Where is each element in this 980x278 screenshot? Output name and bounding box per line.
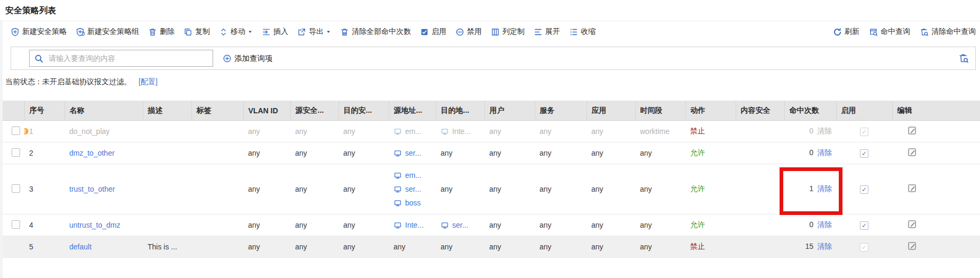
cell-dst-addr: any (436, 142, 484, 164)
security-policy-page: 安全策略列表 新建安全策略 新建安全策略组 删除 复制 移动 插入 导出 清除全… (0, 0, 980, 278)
policy-name-link[interactable]: trust_to_other (69, 185, 115, 193)
src-addr-link[interactable]: ser... (405, 149, 421, 157)
search-input[interactable] (48, 53, 208, 63)
cell-seq: 2 (29, 149, 33, 157)
status-label: 当前状态： (5, 77, 42, 86)
disable-button[interactable]: 禁用 (455, 27, 482, 37)
src-addr-link[interactable]: em... (405, 127, 422, 136)
header-src-addr: 源地址... (389, 101, 436, 121)
cell-src-addr: any (389, 236, 436, 258)
row-select-checkbox[interactable] (12, 220, 20, 229)
clear-hits-link[interactable]: 清除 (817, 127, 832, 135)
monitor-icon (441, 221, 449, 229)
row-select-checkbox[interactable] (12, 184, 20, 193)
edit-icon[interactable] (907, 147, 917, 157)
new-policy-button[interactable]: 新建安全策略 (11, 27, 67, 37)
hit-count: 1 (809, 184, 813, 193)
move-button[interactable]: 移动 (219, 27, 253, 37)
copy-button[interactable]: 复制 (184, 27, 210, 37)
header-edit: 编辑 (892, 101, 980, 121)
config-link[interactable]: [配置] (139, 77, 158, 86)
cell-service: any (535, 236, 587, 258)
button-label: 展开 (545, 27, 560, 37)
clear-hit-query-button[interactable]: 清除命中查询 (920, 27, 976, 37)
expand-button[interactable]: 展开 (534, 27, 560, 37)
clear-query-icon[interactable] (958, 53, 969, 64)
insert-button[interactable]: 插入 (262, 27, 288, 37)
hit-count: 0 (809, 220, 813, 229)
dst-addr-link[interactable]: ser... (452, 221, 468, 229)
add-query-item-button[interactable]: 添加查询项 (223, 53, 273, 64)
header-dst-addr: 目的地... (436, 101, 484, 121)
cell-app: any (587, 214, 635, 236)
policy-table: 序号 名称 描述 标签 VLAN ID 源安全... 目的安... 源地址...… (0, 101, 980, 258)
button-label: 禁用 (467, 27, 482, 37)
header-tag: 标签 (191, 101, 243, 121)
add-query-label: 添加查询项 (234, 53, 273, 64)
enabled-checkbox[interactable] (860, 221, 868, 230)
collapse-button[interactable]: 收缩 (569, 27, 596, 37)
export-button[interactable]: 导出 (297, 27, 331, 37)
action-deny: 禁止 (690, 127, 705, 135)
header-enabled: 启用 (836, 101, 892, 121)
enable-icon (420, 28, 429, 37)
dst-addr-link[interactable]: Inte... (452, 127, 471, 136)
cell-content-security (736, 121, 784, 142)
cell-user: any (484, 164, 535, 214)
cell-user: any (484, 142, 535, 164)
row-select-checkbox[interactable] (12, 148, 20, 157)
cell-user: any (484, 214, 535, 236)
clear-hits-link[interactable]: 清除 (817, 148, 832, 157)
monitor-icon (393, 149, 402, 157)
cell-desc (143, 142, 191, 164)
refresh-button[interactable]: 刷新 (833, 27, 859, 37)
header-desc: 描述 (143, 101, 191, 121)
policy-name[interactable]: do_not_play (69, 127, 109, 136)
trash-icon (148, 28, 157, 37)
src-addr-link[interactable]: boss (405, 199, 421, 207)
clear-hits-link[interactable]: 清除 (817, 184, 832, 193)
row-select-checkbox[interactable] (12, 127, 20, 135)
collapse-lines-icon (569, 28, 578, 37)
delete-button[interactable]: 删除 (148, 27, 175, 37)
clear-hits-link[interactable]: 清除 (817, 220, 832, 229)
clear-all-hits-button[interactable]: 清除全部命中次数 (340, 27, 411, 37)
cell-seq: 3 (29, 185, 33, 193)
monitor-icon (393, 185, 402, 193)
monitor-icon (393, 199, 402, 207)
cell-tag (191, 214, 243, 236)
enabled-checkbox[interactable] (860, 185, 868, 194)
cell-vlan: any (243, 121, 290, 142)
edit-icon[interactable] (907, 241, 917, 251)
edit-icon[interactable] (907, 125, 917, 136)
header-src-zone: 源安全... (290, 101, 338, 121)
copy-icon (184, 28, 193, 37)
enable-button[interactable]: 启用 (420, 27, 446, 37)
column-customize-button[interactable]: 列定制 (491, 27, 525, 37)
cell-src-zone: any (290, 142, 338, 164)
policy-name-link[interactable]: dmz_to_other (69, 149, 115, 157)
table-row: 3 trust_to_other any any any em... ser..… (0, 164, 980, 214)
clear-hits-link[interactable]: 清除 (817, 242, 832, 250)
cell-time: any (635, 142, 685, 164)
policy-name-link[interactable]: untrust_to_dmz (69, 221, 121, 229)
cell-app: any (587, 121, 635, 142)
button-label: 清除全部命中次数 (352, 27, 411, 37)
edit-icon[interactable] (907, 183, 917, 193)
policy-name-link[interactable]: default (69, 243, 91, 251)
src-addr-link[interactable]: Inte... (405, 221, 424, 229)
enabled-checkbox[interactable] (860, 243, 868, 252)
toolbar-right: 刷新 命中查询 清除命中查询 (833, 27, 976, 37)
src-addr-link[interactable]: em... (405, 171, 422, 180)
monitor-icon (393, 221, 402, 229)
new-policy-group-button[interactable]: 新建安全策略组 (76, 27, 139, 37)
header-service: 服务 (535, 101, 587, 121)
search-box[interactable] (29, 50, 213, 67)
enabled-checkbox[interactable] (860, 149, 868, 158)
src-addr-link[interactable]: ser... (405, 185, 421, 193)
left-edge-strip (0, 21, 3, 278)
cell-tag (191, 164, 243, 214)
hit-query-button[interactable]: 命中查询 (869, 27, 910, 37)
edit-icon[interactable] (907, 219, 917, 229)
enabled-checkbox[interactable] (860, 128, 868, 136)
